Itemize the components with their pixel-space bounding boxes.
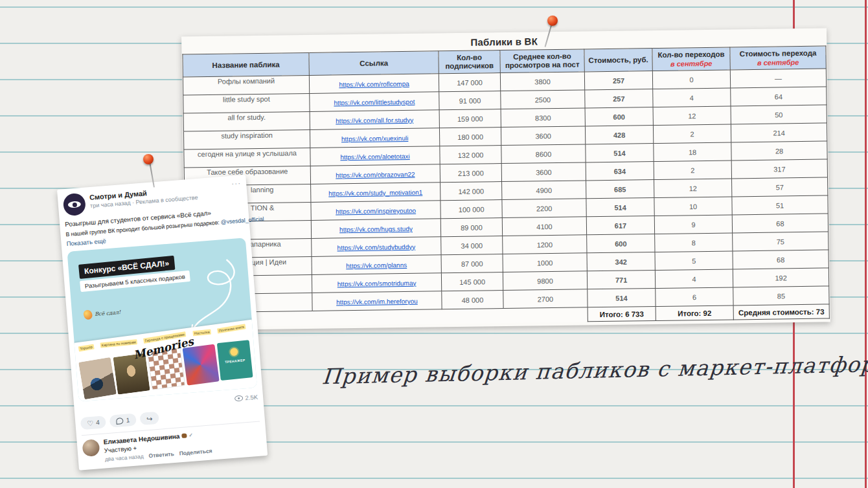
mascot: Всё сдал! <box>84 307 121 320</box>
public-link-cell: https://vk.com/aloetotaxi <box>310 146 440 166</box>
cost-rub: 257 <box>585 89 653 108</box>
subscribers-count: 87 000 <box>441 254 503 273</box>
clicks-september: 18 <box>654 142 731 162</box>
clicks-september: 5 <box>655 251 733 271</box>
avg-views-per-post: 2500 <box>501 90 585 109</box>
cost-per-click-september: 85 <box>733 286 829 305</box>
like-button[interactable]: ♡ 4 <box>80 416 107 430</box>
public-link[interactable]: https://vk.com/all.for.studyy <box>336 116 413 125</box>
public-link[interactable]: https://vk.com/aloetotaxi <box>340 153 409 161</box>
column-header: Стоимость переходав сентябре <box>730 46 826 70</box>
cost-rub: 514 <box>586 198 654 217</box>
comment-share-link[interactable]: Поделиться <box>179 447 212 456</box>
clicks-september: 8 <box>655 233 733 252</box>
public-name: Рофлы компаний <box>183 76 309 96</box>
vk-post: Смотри и Думай три часа назад · Реклама … <box>57 175 268 471</box>
column-header: Среднее кол-вопросмотров на пост <box>500 49 584 73</box>
public-name: little study spot <box>183 94 310 114</box>
subscribers-count: 100 000 <box>440 200 502 219</box>
public-link-cell: https://vk.com/im.hereforyou <box>312 291 442 311</box>
public-link[interactable]: https://vk.com/littlestudyspot <box>334 98 415 107</box>
pushpin-ball <box>143 154 154 164</box>
avg-views-per-post: 3600 <box>501 126 585 146</box>
subscribers-count: 142 000 <box>440 182 502 201</box>
publics-table: Название пабликаСсылкаКол-воподписчиковС… <box>182 46 829 327</box>
mascot-caption: Всё сдал! <box>95 309 121 317</box>
contest-banner[interactable]: Конкурс «ВСЁ СДАЛ!» Разыгрываем 5 классн… <box>67 238 257 401</box>
avg-views-per-post: 8300 <box>501 108 585 128</box>
avg-views-per-post: 4100 <box>502 217 586 236</box>
public-link[interactable]: https://vk.com/hugs.study <box>339 225 413 233</box>
avg-views-per-post: 4900 <box>502 181 586 200</box>
cost-total: Итого: 6 733 <box>588 307 656 322</box>
comment-bubble-icon <box>116 417 124 425</box>
public-link[interactable]: https://vk.com/inspireyoutoo <box>336 207 416 216</box>
cost-rub: 600 <box>587 234 655 253</box>
share-button[interactable]: ↪ <box>139 412 159 425</box>
cost-per-click-september: 28 <box>731 141 827 161</box>
prize-label: Торшер <box>78 344 95 352</box>
column-header: Стоимость, руб. <box>584 49 652 72</box>
commenter-avatar[interactable] <box>82 439 100 457</box>
avg-views-per-post: 2200 <box>502 199 586 218</box>
column-header: Кол-воподписчиков <box>439 50 500 74</box>
cost-per-click-september: 192 <box>733 268 828 287</box>
cost-per-click-september: 64 <box>731 87 827 106</box>
cost-per-click-september: — <box>730 69 826 88</box>
avg-views-per-post: 2700 <box>503 289 588 309</box>
cost-rub: 428 <box>585 126 653 144</box>
clicks-september: 4 <box>655 269 733 289</box>
public-name: сегодня на улице я услышала <box>184 148 310 168</box>
comment-time: два часа назад <box>105 453 144 463</box>
cost-rub: 634 <box>586 162 654 181</box>
public-link-cell: https://vk.com/littlestudyspot <box>310 92 439 112</box>
public-link-cell: https://vk.com/studybuddyy <box>312 237 441 257</box>
red-edge-line <box>865 0 867 488</box>
public-link[interactable]: https://vk.com/study_motivation1 <box>328 188 422 197</box>
cost-rub: 685 <box>586 180 654 199</box>
public-name: study inspiration <box>183 130 310 150</box>
prize-label: Настолка <box>192 329 211 337</box>
heart-icon: ♡ <box>87 419 94 427</box>
clicks-september: 9 <box>654 215 732 234</box>
prize-label: Полезная книга <box>217 324 246 333</box>
cost-per-click-september: 75 <box>733 232 828 251</box>
column-subheader-september: в сентябре <box>654 59 729 68</box>
public-link-cell: https://vk.com/smotridumay <box>312 273 441 293</box>
public-link[interactable]: https://vk.com/obrazovan22 <box>336 171 415 179</box>
public-link[interactable]: https://vk.com/im.hereforyou <box>336 297 418 305</box>
subscribers-count: 159 000 <box>439 109 501 128</box>
sun-icon <box>230 348 238 356</box>
avg-views-per-post: 3600 <box>501 162 586 182</box>
avg-views-per-post: 1200 <box>503 235 587 254</box>
subscribers-count: 89 000 <box>440 218 502 237</box>
avg-views-per-post: 1000 <box>503 253 587 272</box>
public-link-cell: https://vk.com/study_motivation1 <box>311 183 440 203</box>
public-link[interactable]: https://vk.com/xuexinuli <box>341 135 409 142</box>
reply-link[interactable]: Ответить <box>148 450 174 459</box>
public-link[interactable]: https://vk.com/roflcompa <box>339 80 409 88</box>
public-link[interactable]: https://vk.com/planns <box>346 261 407 269</box>
subscribers-count: 132 000 <box>440 146 501 164</box>
publics-table-sheet: Паблики в ВК Название пабликаСсылкаКол-в… <box>181 28 830 331</box>
comment-button[interactable]: 1 <box>109 414 137 428</box>
subscribers-count: 34 000 <box>441 236 503 255</box>
views-eye-icon <box>234 395 244 401</box>
post-menu-icon[interactable]: ··· <box>231 181 242 186</box>
cost-rub: 771 <box>587 271 655 289</box>
column-subheader-september: в сентябре <box>732 58 825 67</box>
column-header: Кол-во переходовв сентябре <box>652 47 730 71</box>
prize-label: Картина по номерам <box>100 339 137 348</box>
subscribers-count: 147 000 <box>439 73 500 92</box>
public-link[interactable]: https://vk.com/studybuddyy <box>337 243 415 252</box>
clicks-september: 6 <box>656 287 733 307</box>
prize-photo-book: ТРЕНАЖЕР <box>217 340 253 381</box>
cost-per-click-september: 214 <box>731 123 827 142</box>
share-arrow-icon: ↪ <box>146 415 153 422</box>
cost-per-click-september: 317 <box>731 159 827 179</box>
cost-rub: 257 <box>584 71 652 90</box>
public-link-cell: https://vk.com/obrazovan22 <box>310 164 440 184</box>
public-link[interactable]: https://vk.com/smotridumay <box>337 280 417 288</box>
clicks-september: 12 <box>653 106 731 126</box>
community-avatar-eye-icon[interactable] <box>63 193 87 217</box>
